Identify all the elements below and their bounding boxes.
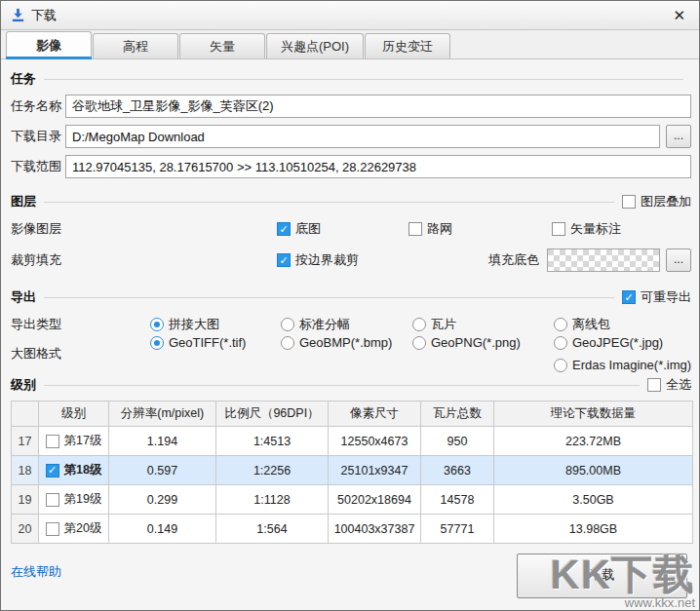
footer: 在线帮助 下载: [11, 554, 691, 598]
fill-color-swatch[interactable]: [547, 248, 660, 272]
level-checkbox[interactable]: ✓: [46, 493, 59, 507]
level-scale: 1:564: [216, 515, 329, 544]
levels-column-header: 像素尺寸: [329, 401, 421, 427]
levels-column-header: 级别: [39, 401, 109, 427]
task-section-title: 任务: [11, 70, 36, 88]
level-resolution: 1.194: [109, 427, 216, 456]
task-name-input[interactable]: [65, 95, 691, 118]
close-button[interactable]: ✕: [669, 5, 689, 26]
layer-checkbox-0[interactable]: ✓底图: [277, 220, 408, 238]
image-layer-row: 影像图层 ✓底图✓路网✓矢量标注: [11, 217, 691, 241]
dir-browse-button[interactable]: ...: [666, 125, 691, 148]
image-format-label: 大图格式: [11, 345, 65, 363]
checkbox-box: ✓: [552, 222, 565, 236]
export-type-radio-0[interactable]: 拼接大图: [150, 316, 281, 333]
layer-checkbox-group: ✓底图✓路网✓矢量标注: [65, 220, 691, 238]
layer-overlay-checkbox[interactable]: ✓ 图层叠加: [622, 193, 691, 210]
image-format-radio-0[interactable]: GeoTIFF(*.tif): [150, 335, 281, 350]
image-format-radio-2[interactable]: GeoPNG(*.png): [412, 335, 554, 350]
layers-section-title: 图层: [11, 193, 36, 210]
level-pixel-size: 12550x4673: [329, 427, 421, 456]
download-range-input[interactable]: [65, 155, 691, 178]
level-scale: 1:4513: [216, 427, 329, 456]
level-pixel-size: 100403x37387: [329, 515, 421, 544]
radio-box: [150, 318, 164, 331]
level-download-size: 3.50GB: [494, 485, 693, 515]
task-name-label: 任务名称: [11, 97, 65, 115]
export-type-row: 导出类型 拼接大图标准分幅瓦片离线包: [11, 313, 691, 336]
select-all-checkbox[interactable]: ✓ 全选: [647, 376, 691, 394]
row-number: 18: [12, 456, 39, 485]
radio-box: [412, 318, 426, 331]
level-row-20[interactable]: 20✓第20级0.1491:564100403x373875777113.98G…: [12, 515, 693, 544]
tab-4[interactable]: 历史变迁: [365, 33, 450, 58]
clip-boundary-checkbox[interactable]: ✓ 按边界裁剪: [277, 251, 359, 269]
layer-checkbox-2[interactable]: ✓矢量标注: [552, 220, 691, 238]
download-range-row: 下载范围: [11, 155, 691, 178]
divider: [44, 297, 614, 298]
tab-0[interactable]: 影像: [6, 31, 92, 58]
level-row-17[interactable]: 17✓第17级1.1941:451312550x4673950223.72MB: [12, 427, 693, 456]
level-name: 第18级: [64, 462, 102, 478]
level-pixel-size: 50202x18694: [329, 485, 421, 515]
tab-2[interactable]: 矢量: [179, 33, 265, 58]
level-checkbox[interactable]: ✓: [46, 522, 59, 536]
checkbox-box: ✓: [647, 378, 661, 392]
level-tile-count: 950: [421, 427, 494, 456]
online-help-link[interactable]: 在线帮助: [11, 563, 61, 581]
levels-column-header: 瓦片总数: [421, 401, 494, 427]
level-checkbox[interactable]: ✓: [46, 435, 59, 448]
window-title: 下载: [31, 7, 57, 24]
export-section-header: 导出 ✓ 可重导出: [11, 287, 691, 307]
checkbox-box: ✓: [622, 290, 636, 304]
levels-section-header: 级别 ✓ 全选: [11, 375, 691, 395]
level-pixel-size: 25101x9347: [329, 456, 421, 485]
checkbox-box: ✓: [408, 222, 422, 236]
levels-table-header-row: 级别分辨率(m/pixel)比例尺（96DPI）像素尺寸瓦片总数理论下载数据量: [12, 401, 693, 427]
level-tile-count: 14578: [421, 485, 494, 515]
row-number: 20: [12, 515, 39, 544]
layer-checkbox-1[interactable]: ✓路网: [408, 220, 552, 238]
level-checkbox[interactable]: ✓: [46, 464, 59, 477]
radio-box: [554, 359, 567, 372]
level-download-size: 13.98GB: [494, 515, 693, 544]
image-format-row: 大图格式 GeoTIFF(*.tif)GeoBMP(*.bmp)GeoPNG(*…: [11, 342, 691, 365]
download-icon: [11, 8, 25, 22]
image-format-group: GeoTIFF(*.tif)GeoBMP(*.bmp)GeoPNG(*.png)…: [65, 335, 691, 372]
level-scale: 1:1128: [216, 485, 329, 515]
repeat-export-checkbox[interactable]: ✓ 可重导出: [622, 288, 691, 306]
download-dialog: 下载 ✕ 影像高程矢量兴趣点(POI)历史变迁 任务 任务名称 下载目录 ...…: [0, 0, 700, 611]
radio-box: [554, 336, 567, 350]
export-type-radio-2[interactable]: 瓦片: [412, 316, 554, 333]
tab-3[interactable]: 兴趣点(POI): [266, 33, 364, 58]
divider: [44, 202, 614, 203]
image-format-radio-1[interactable]: GeoBMP(*.bmp): [281, 335, 412, 350]
row-number: 19: [12, 485, 39, 515]
export-type-radio-1[interactable]: 标准分幅: [281, 316, 412, 333]
layers-section-header: 图层 ✓ 图层叠加: [11, 192, 691, 211]
radio-box: [554, 318, 567, 331]
image-format-radio-4[interactable]: Erdas Imagine(*.img): [554, 358, 691, 372]
level-resolution: 0.149: [109, 515, 216, 544]
image-format-radio-3[interactable]: GeoJPEG(*.jpg): [554, 335, 691, 350]
levels-column-header: 分辨率(m/pixel): [109, 401, 216, 427]
export-type-radio-3[interactable]: 离线包: [554, 316, 691, 333]
level-name: 第20级: [64, 520, 102, 537]
level-row-19[interactable]: 19✓第19级0.2991:112850202x18694145783.50GB: [12, 485, 693, 515]
tab-1[interactable]: 高程: [93, 33, 178, 58]
fill-color-browse-button[interactable]: ...: [666, 248, 691, 272]
radio-box: [281, 336, 294, 350]
levels-table: 级别分辨率(m/pixel)比例尺（96DPI）像素尺寸瓦片总数理论下载数据量 …: [11, 401, 693, 544]
fill-color-label: 填充底色: [488, 251, 539, 269]
image-layer-label: 影像图层: [11, 220, 65, 238]
radio-box: [150, 336, 164, 350]
row-number: 17: [12, 427, 39, 456]
level-tile-count: 57771: [421, 515, 494, 544]
level-name: 第19级: [64, 491, 102, 508]
download-button[interactable]: 下载: [517, 554, 687, 598]
level-row-18[interactable]: 18✓第18级0.5971:225625101x93473663895.00MB: [12, 456, 693, 485]
task-section-header: 任务: [11, 69, 691, 89]
levels-section-title: 级别: [11, 376, 36, 394]
download-dir-input[interactable]: [65, 125, 660, 148]
download-range-label: 下载范围: [11, 158, 65, 175]
